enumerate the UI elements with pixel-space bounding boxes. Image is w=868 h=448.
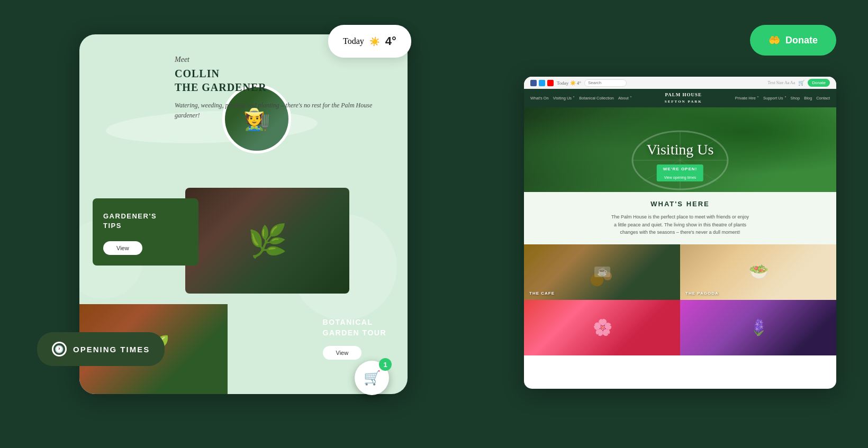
site-header-top: Today ☀️ 4° Text Size Aa Aa 🛒 Donate: [524, 77, 836, 89]
svg-text:🥗: 🥗: [748, 262, 768, 281]
nav-contact[interactable]: Contact: [816, 96, 830, 100]
nav-about[interactable]: About ˅: [618, 96, 632, 100]
grid-item-garden[interactable]: 🪻: [680, 300, 836, 355]
clock-icon: 🕐: [52, 342, 67, 356]
nav-left-links: What's On Visiting Us ˅ Botanical Collec…: [530, 96, 632, 100]
grid-item-pagoda[interactable]: 🥗 THE PAGODA: [680, 244, 836, 300]
weather-widget: Today ☀️ 4°: [328, 25, 411, 58]
cart-badge[interactable]: 🛒 1: [355, 361, 389, 395]
logo-text: PALM HOUSE SEFTON PARK: [637, 92, 730, 104]
gardener-description: Watering, weeding, pruning and planting …: [175, 100, 392, 121]
today-label: Today: [343, 36, 364, 46]
whats-here-description: The Palm House is the perfect place to m…: [540, 213, 820, 236]
grid-item-flowers[interactable]: 🌸: [524, 300, 680, 355]
opening-times-label: OPENING TIMES: [73, 345, 150, 354]
gardeners-tips-card: GARDENER'S TIPS View: [93, 198, 198, 266]
right-website-frame: Today ☀️ 4° Text Size Aa Aa 🛒 Donate Wha…: [524, 77, 836, 389]
twitter-icon[interactable]: [539, 80, 545, 86]
meet-section: Meet COLLIN THE GARDENER Watering, weedi…: [175, 56, 392, 121]
site-cart-mini[interactable]: 🛒: [798, 80, 804, 86]
site-donate-button[interactable]: Donate: [808, 79, 830, 87]
svg-text:🪻: 🪻: [748, 318, 768, 337]
site-hero: Visiting Us WE'RE OPEN! View opening tim…: [524, 107, 836, 192]
cafe-svg: ☕: [586, 256, 618, 288]
opening-times-badge[interactable]: 🕐 OPENING TIMES: [37, 332, 165, 366]
gardener-name: COLLIN THE GARDENER: [175, 67, 392, 94]
svg-text:🌸: 🌸: [592, 318, 612, 337]
flowers-image: 🌸: [524, 300, 680, 355]
pagoda-svg: 🥗: [743, 256, 774, 288]
nav-private-hire[interactable]: Private Hire ˅: [735, 96, 759, 100]
tips-title: GARDENER'S TIPS: [103, 212, 188, 231]
grid-item-cafe[interactable]: ☕ THE CAFE: [524, 244, 680, 300]
youtube-icon[interactable]: [547, 80, 554, 86]
garden-svg: 🪻: [743, 312, 774, 343]
tour-view-button[interactable]: View: [323, 346, 362, 360]
hands-icon: 🌿: [248, 222, 287, 260]
garden-image: 🪻: [680, 300, 836, 355]
pagoda-label: THE PAGODA: [685, 291, 719, 296]
text-size-controls: Text Size Aa Aa: [768, 80, 795, 85]
open-badge: WE'RE OPEN!: [657, 164, 703, 173]
view-opening-times-button[interactable]: View opening times: [657, 173, 703, 181]
site-search-input[interactable]: [584, 79, 627, 87]
nav-whats-on[interactable]: What's On: [530, 96, 549, 100]
temperature: 4°: [385, 34, 396, 48]
site-weather: Today ☀️ 4°: [557, 80, 581, 86]
social-icons: [530, 80, 554, 86]
cafe-label: THE CAFE: [529, 291, 555, 296]
cart-icon: 🛒: [364, 370, 381, 386]
whats-here-section: WHAT'S HERE The Palm House is the perfec…: [524, 192, 836, 244]
donate-label: Donate: [785, 35, 818, 46]
nav-botanical[interactable]: Botanical Collection: [579, 96, 614, 100]
hero-title: Visiting Us: [647, 141, 714, 158]
nav-visiting-us[interactable]: Visiting Us ˅: [553, 96, 575, 100]
tour-card: BOTANICAL GARDEN TOUR View: [323, 317, 386, 360]
greenhouse-svg: [627, 129, 733, 192]
nav-right-links: Private Hire ˅ Support Us ˅ Shop Blog Co…: [735, 96, 830, 100]
svg-text:☕: ☕: [597, 267, 608, 277]
whats-here-title: WHAT'S HERE: [540, 200, 820, 208]
open-badge-container: WE'RE OPEN! View opening times: [657, 164, 703, 181]
facebook-icon[interactable]: [530, 80, 537, 86]
flowers-svg: 🌸: [586, 312, 618, 343]
nav-shop[interactable]: Shop: [791, 96, 800, 100]
site-navigation: What's On Visiting Us ˅ Botanical Collec…: [524, 89, 836, 107]
site-logo: PALM HOUSE SEFTON PARK: [637, 92, 730, 104]
nav-blog[interactable]: Blog: [804, 96, 812, 100]
weather-icon: ☀️: [369, 36, 380, 47]
nav-support-us[interactable]: Support Us ˅: [763, 96, 786, 100]
donate-button[interactable]: 🤲 Donate: [750, 25, 836, 56]
hands-image: 🌿: [185, 188, 349, 294]
donate-icon: 🤲: [768, 34, 780, 46]
cart-count: 1: [379, 358, 392, 371]
image-grid: ☕ THE CAFE 🥗 THE PAGODA 🌸 🪻: [524, 244, 836, 355]
tips-view-button[interactable]: View: [103, 241, 142, 255]
tour-title: BOTANICAL GARDEN TOUR: [323, 317, 386, 338]
